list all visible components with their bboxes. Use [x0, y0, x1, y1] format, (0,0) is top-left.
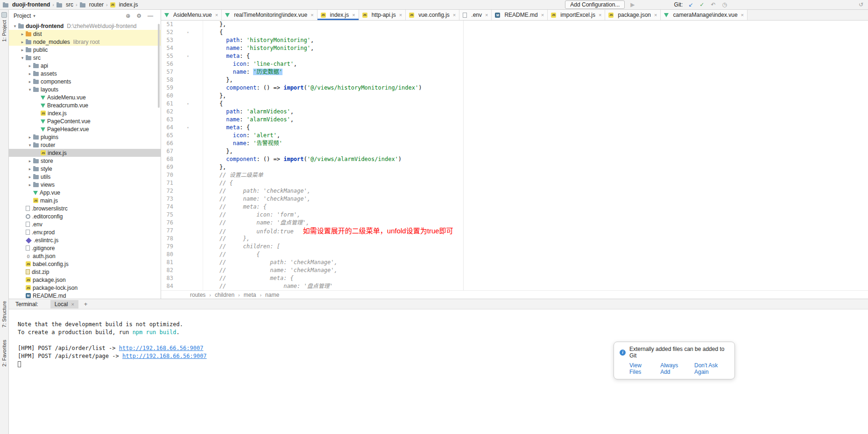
- breadcrumb-item-duoji-frontend[interactable]: duoji-frontend: [3, 1, 50, 8]
- breadcrumb-item-src[interactable]: src: [56, 1, 73, 8]
- close-icon[interactable]: ×: [352, 12, 355, 18]
- tree-item-env[interactable]: .env: [9, 220, 161, 228]
- code-breadcrumb-meta[interactable]: meta: [244, 292, 256, 298]
- fold-icon[interactable]: ▾: [173, 28, 203, 36]
- notification-action-view-files[interactable]: View Files: [629, 362, 652, 375]
- notification-action-always-add[interactable]: Always Add: [660, 362, 686, 375]
- tree-item-node-modules[interactable]: ▸node_moduleslibrary root: [9, 38, 161, 46]
- terminal-link[interactable]: http://192.168.66.56:9007: [122, 353, 207, 359]
- code-line[interactable]: 69 },: [161, 163, 868, 171]
- project-view-selector[interactable]: Project ▾: [14, 13, 35, 19]
- close-icon[interactable]: ×: [453, 12, 456, 18]
- tree-item-index-js[interactable]: JSindex.js: [9, 149, 161, 157]
- tree-item-api[interactable]: ▸api: [9, 62, 161, 70]
- tree-item-dist[interactable]: ▸dist: [9, 30, 161, 38]
- code-line[interactable]: 74 // meta: {: [161, 203, 868, 211]
- tree-item-plugins[interactable]: ▸plugins: [9, 133, 161, 141]
- editor-tab-http-api-js[interactable]: JShttp-api.js×: [359, 10, 406, 20]
- git-commit-icon[interactable]: ✓: [699, 1, 704, 8]
- code-line[interactable]: 80 // {: [161, 251, 868, 259]
- add-configuration-button[interactable]: Add Configuration...: [565, 0, 625, 9]
- code-line[interactable]: 51 },: [161, 21, 868, 28]
- tree-item-editorconfig[interactable]: .editorconfig: [9, 212, 161, 220]
- editor-tab-env[interactable]: .env×: [459, 10, 492, 20]
- tree-item-store[interactable]: ▸store: [9, 157, 161, 165]
- code-line[interactable]: 56 icon: 'line-chart',: [161, 60, 868, 68]
- chevron-down-icon[interactable]: ▾: [27, 143, 33, 147]
- tree-item-style[interactable]: ▸style: [9, 165, 161, 173]
- tree-item-package-json[interactable]: JSpackage.json: [9, 276, 161, 284]
- code-line[interactable]: 54 name: 'historyMonitoring',: [161, 44, 868, 52]
- close-icon[interactable]: ×: [485, 12, 488, 18]
- code-line[interactable]: 59 component: () => import('@/views/hist…: [161, 84, 868, 92]
- chevron-right-icon[interactable]: ▸: [19, 32, 26, 36]
- chevron-right-icon[interactable]: ▸: [27, 159, 33, 163]
- tree-item-utils[interactable]: ▸utils: [9, 173, 161, 181]
- close-icon[interactable]: ×: [311, 12, 313, 18]
- code-line[interactable]: 76 // name: '盘点管理',: [161, 219, 868, 227]
- code-line[interactable]: 57 name: '历史数据': [161, 68, 868, 76]
- gear-icon[interactable]: ⚙: [136, 13, 141, 19]
- tree-item-dist-zip[interactable]: dist.zip: [9, 268, 161, 276]
- editor-tab-package-json[interactable]: JSpackage.json×: [605, 10, 661, 20]
- code-line[interactable]: 83 // meta: {: [161, 274, 868, 282]
- code-line[interactable]: 53 path: 'historyMonitoring',: [161, 36, 868, 44]
- close-icon[interactable]: ×: [71, 301, 74, 307]
- editor-tab-index-js[interactable]: JSindex.js×: [318, 10, 359, 20]
- tree-item-auth-json[interactable]: {}auth.json: [9, 252, 161, 260]
- tree-item-env-prod[interactable]: .env.prod: [9, 228, 161, 236]
- tree-item-babel-config-js[interactable]: JSbabel.config.js: [9, 260, 161, 268]
- close-icon[interactable]: ×: [599, 12, 601, 18]
- tree-item-views[interactable]: ▸views: [9, 181, 161, 189]
- close-icon[interactable]: ×: [541, 12, 544, 18]
- breadcrumb-item-index-js[interactable]: JSindex.js: [110, 1, 138, 8]
- code-line[interactable]: 65 icon: 'alert',: [161, 132, 868, 140]
- code-line[interactable]: 70 // 设置二级菜单: [161, 171, 868, 179]
- editor-tab-readme-md[interactable]: MREADME.md×: [492, 10, 548, 20]
- notification-action-don-t-ask-again[interactable]: Don't Ask Again: [694, 362, 729, 375]
- code-breadcrumb-routes[interactable]: routes: [190, 292, 205, 298]
- code-line[interactable]: 67 },: [161, 147, 868, 155]
- tree-item-browserslistrc[interactable]: .browserslistrc: [9, 204, 161, 212]
- tree-item-assets[interactable]: ▸assets: [9, 70, 161, 77]
- close-icon[interactable]: ×: [741, 12, 744, 18]
- tree-item-breadcrumb-vue[interactable]: Breadcrumb.vue: [9, 101, 161, 109]
- chevron-down-icon[interactable]: ▾: [19, 56, 26, 60]
- tool-button-project[interactable]: 1: Project: [1, 10, 7, 44]
- scrollbar-thumb[interactable]: [158, 24, 160, 108]
- code-line[interactable]: 73 // name: 'checkManage',: [161, 195, 868, 203]
- chevron-right-icon[interactable]: ▸: [27, 135, 33, 140]
- tree-item-index-js[interactable]: JSindex.js: [9, 109, 161, 117]
- tree-item-pageheader-vue[interactable]: PageHeader.vue: [9, 125, 161, 133]
- chevron-right-icon[interactable]: ▸: [27, 182, 33, 187]
- chevron-down-icon[interactable]: ▾: [27, 87, 33, 92]
- code-line[interactable]: 82 // name: 'checkManage',: [161, 266, 868, 274]
- tree-item-asidemenu-vue[interactable]: AsideMenu.vue: [9, 93, 161, 101]
- terminal-output[interactable]: Note that the development build is not o…: [9, 309, 868, 368]
- tree-item-readme-md[interactable]: MREADME.md: [9, 292, 161, 299]
- run-icon[interactable]: ▶: [630, 1, 635, 8]
- code-line[interactable]: 79 // children: [: [161, 243, 868, 251]
- tree-item-router[interactable]: ▾router: [9, 141, 161, 149]
- code-line[interactable]: 63 name: 'alarmVideos',: [161, 116, 868, 124]
- close-icon[interactable]: ×: [654, 12, 657, 18]
- code-editor[interactable]: 51 },52▾ {53 path: 'historyMonitoring',5…: [161, 21, 868, 290]
- tool-button-favorites[interactable]: 2: Favorites: [1, 337, 7, 369]
- chevron-right-icon[interactable]: ▸: [27, 63, 33, 68]
- history-icon[interactable]: ◷: [722, 1, 727, 8]
- editor-tab-importexcel-js[interactable]: JSimportExcel.js×: [548, 10, 605, 20]
- breadcrumb-item-router[interactable]: router: [80, 1, 104, 8]
- code-line[interactable]: 68 component: () => import('@/views/alar…: [161, 155, 868, 163]
- code-line[interactable]: 71 // {: [161, 179, 868, 187]
- chevron-right-icon[interactable]: ▸: [19, 40, 26, 44]
- code-line[interactable]: 58 },: [161, 76, 868, 84]
- new-terminal-icon[interactable]: +: [84, 301, 88, 308]
- editor-tab-vue-config-js[interactable]: JSvue.config.js×: [406, 10, 459, 20]
- code-line[interactable]: 81 // path: 'checkManage',: [161, 259, 868, 266]
- fold-icon[interactable]: ▾: [173, 52, 203, 60]
- tree-item-duoji-frontend[interactable]: ▾duoji-frontendD:\zheheWeb\duoji-fronten…: [9, 22, 161, 30]
- code-line[interactable]: 64▾ meta: {: [161, 124, 868, 132]
- chevron-right-icon[interactable]: ▸: [19, 48, 26, 52]
- tree-item-package-lock-json[interactable]: JSpackage-lock.json: [9, 284, 161, 292]
- code-line[interactable]: 66 name: '告警视频': [161, 140, 868, 147]
